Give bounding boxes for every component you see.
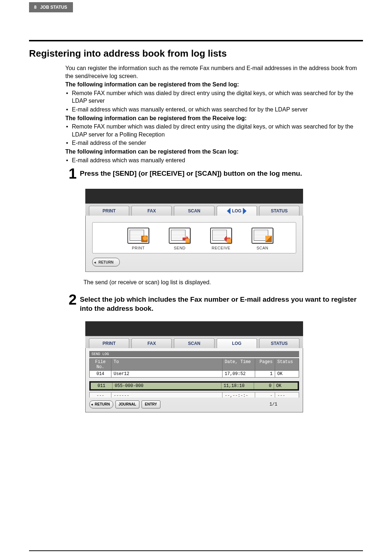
table-row-selected[interactable]: 011 055-000-000 11,18:10 0 OK <box>89 381 299 391</box>
caret-right-icon <box>243 208 246 214</box>
log-type-strip: SEND LOG <box>89 351 299 357</box>
chapter-tab: 8 JOB STATUS <box>29 2 73 12</box>
return-button[interactable]: RETURN <box>89 400 113 408</box>
receive-info-bullet: E-mail address of the sender <box>65 139 363 147</box>
col-pages: Pages <box>255 359 275 370</box>
return-button[interactable]: RETURN <box>92 258 120 266</box>
caret-left-icon <box>227 208 230 214</box>
table-header: File No. To Date, Time Pages Status <box>89 358 299 371</box>
footer-rule <box>29 550 363 551</box>
chapter-number: 8 <box>34 5 37 10</box>
col-file: File No. <box>90 359 111 370</box>
tab-log[interactable]: LOG <box>217 206 257 216</box>
col-status: Status <box>275 359 299 370</box>
screenshot-log-menu: PRINT FAX SCAN LOG STATUS PRINT <box>85 189 303 272</box>
tab-print[interactable]: PRINT <box>89 338 129 348</box>
col-to: To <box>111 359 222 370</box>
scan-log-icon <box>252 228 273 244</box>
chapter-title: JOB STATUS <box>40 5 67 10</box>
step-title: Select the job which includes the Fax nu… <box>80 292 363 313</box>
send-info-heading: The following information can be registe… <box>65 81 363 89</box>
log-send-button[interactable]: SEND <box>163 228 196 250</box>
tab-log[interactable]: LOG <box>217 338 257 348</box>
section-title: Registering into address book from log l… <box>29 48 363 59</box>
receive-info-heading: The following information can be registe… <box>65 114 363 122</box>
tab-scan[interactable]: SCAN <box>174 338 214 348</box>
send-log-icon <box>169 228 191 244</box>
log-print-button[interactable]: PRINT <box>122 228 155 250</box>
tab-fax[interactable]: FAX <box>131 206 172 216</box>
step-number: 2 <box>65 292 80 307</box>
intro-paragraph: You can register the information such as… <box>65 64 363 80</box>
screenshot-send-log: PRINT FAX SCAN LOG STATUS SEND LOG File … <box>85 321 303 412</box>
tab-scan[interactable]: SCAN <box>174 206 214 216</box>
journal-button[interactable]: JOURNAL <box>115 400 139 408</box>
send-info-bullet: Remote FAX number which was dialed by di… <box>65 89 363 105</box>
table-row[interactable]: --- ------ --,--:-:- - --- <box>89 392 299 398</box>
step1-after: The send (or receive or scan) log list i… <box>83 279 363 286</box>
table-row[interactable]: 014 User12 17,09:52 1 OK <box>89 371 299 378</box>
tab-fax[interactable]: FAX <box>131 338 172 348</box>
receive-info-bullet: Remote FAX number which was dialed by di… <box>65 123 363 138</box>
send-info-bullet: E-mail address which was manually entere… <box>65 106 363 114</box>
log-scan-button[interactable]: SCAN <box>246 228 279 250</box>
tab-print[interactable]: PRINT <box>89 206 129 216</box>
entry-button[interactable]: ENTRY <box>142 400 160 408</box>
section-rule <box>29 40 363 41</box>
tab-status[interactable]: STATUS <box>259 206 299 216</box>
step-2: 2 Select the job which includes the Fax … <box>65 292 363 313</box>
receive-log-icon <box>210 228 232 244</box>
scan-info-bullet: E-mail address which was manually entere… <box>65 156 363 164</box>
scan-info-heading: The following information can be registe… <box>65 148 363 156</box>
col-datetime: Date, Time <box>222 359 255 370</box>
step-title: Press the [SEND] (or [RECEIVE] or [SCAN]… <box>80 166 302 178</box>
log-receive-button[interactable]: RECEIVE <box>204 228 238 250</box>
step-number: 1 <box>65 166 80 181</box>
step-1: 1 Press the [SEND] (or [RECEIVE] or [SCA… <box>65 166 363 181</box>
tab-status[interactable]: STATUS <box>259 338 299 348</box>
page-counter: 1/1 <box>269 402 299 407</box>
print-log-icon <box>127 228 149 244</box>
